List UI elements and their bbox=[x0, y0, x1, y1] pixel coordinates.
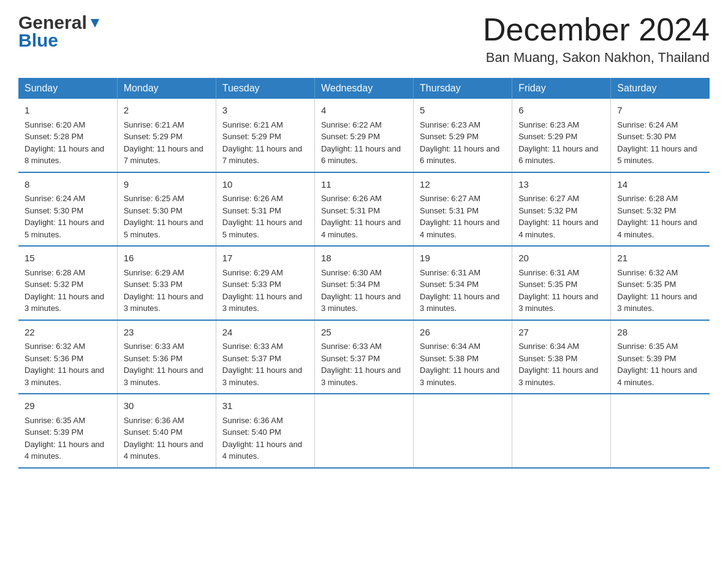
sunset-label: Sunset: 5:34 PM bbox=[420, 280, 479, 289]
calendar-header-row: Sunday Monday Tuesday Wednesday Thursday… bbox=[18, 78, 710, 99]
day-number: 14 bbox=[617, 178, 703, 192]
daylight-label: Daylight: 11 hours and 7 minutes. bbox=[222, 144, 302, 166]
day-number: 12 bbox=[420, 178, 506, 192]
sunrise-label: Sunrise: 6:29 AM bbox=[124, 268, 184, 277]
table-row: 24Sunrise: 6:33 AMSunset: 5:37 PMDayligh… bbox=[216, 320, 314, 394]
daylight-label: Daylight: 11 hours and 5 minutes. bbox=[222, 218, 302, 239]
daylight-label: Daylight: 11 hours and 5 minutes. bbox=[124, 218, 203, 239]
svg-marker-0 bbox=[91, 19, 99, 28]
day-number: 10 bbox=[222, 178, 308, 192]
daylight-label: Daylight: 11 hours and 3 minutes. bbox=[321, 292, 401, 313]
sunrise-label: Sunrise: 6:35 AM bbox=[25, 416, 85, 425]
sunrise-label: Sunrise: 6:33 AM bbox=[124, 342, 184, 351]
daylight-label: Daylight: 11 hours and 4 minutes. bbox=[25, 440, 104, 461]
day-number: 1 bbox=[25, 104, 111, 118]
sunrise-label: Sunrise: 6:23 AM bbox=[420, 120, 480, 129]
sunrise-label: Sunrise: 6:26 AM bbox=[321, 194, 382, 203]
sunset-label: Sunset: 5:31 PM bbox=[222, 206, 281, 215]
table-row: 15Sunrise: 6:28 AMSunset: 5:32 PMDayligh… bbox=[18, 246, 117, 320]
daylight-label: Daylight: 11 hours and 4 minutes. bbox=[420, 218, 499, 239]
col-monday: Monday bbox=[117, 78, 216, 99]
day-number: 23 bbox=[124, 326, 210, 340]
sunset-label: Sunset: 5:32 PM bbox=[25, 280, 83, 289]
daylight-label: Daylight: 11 hours and 3 minutes. bbox=[25, 292, 104, 313]
sunrise-label: Sunrise: 6:28 AM bbox=[617, 194, 678, 203]
daylight-label: Daylight: 11 hours and 4 minutes. bbox=[617, 218, 697, 239]
day-number: 30 bbox=[124, 399, 210, 413]
table-row: 13Sunrise: 6:27 AMSunset: 5:32 PMDayligh… bbox=[512, 172, 611, 247]
sunrise-label: Sunrise: 6:28 AM bbox=[25, 268, 85, 277]
sunrise-label: Sunrise: 6:35 AM bbox=[617, 342, 678, 351]
table-row: 28Sunrise: 6:35 AMSunset: 5:39 PMDayligh… bbox=[611, 320, 710, 394]
sunrise-label: Sunrise: 6:23 AM bbox=[518, 120, 579, 129]
day-number: 31 bbox=[222, 399, 308, 413]
sunrise-label: Sunrise: 6:32 AM bbox=[25, 342, 85, 351]
day-number: 24 bbox=[222, 326, 308, 340]
calendar-week-row: 1Sunrise: 6:20 AMSunset: 5:28 PMDaylight… bbox=[18, 99, 710, 172]
day-number: 17 bbox=[222, 251, 308, 266]
day-number: 6 bbox=[518, 104, 604, 118]
logo: General Blue bbox=[18, 12, 102, 51]
sunset-label: Sunset: 5:30 PM bbox=[25, 206, 83, 215]
sunrise-label: Sunrise: 6:24 AM bbox=[25, 194, 85, 203]
table-row: 7Sunrise: 6:24 AMSunset: 5:30 PMDaylight… bbox=[611, 99, 710, 172]
table-row: 1Sunrise: 6:20 AMSunset: 5:28 PMDaylight… bbox=[18, 99, 117, 172]
table-row bbox=[512, 394, 611, 468]
table-row: 23Sunrise: 6:33 AMSunset: 5:36 PMDayligh… bbox=[117, 320, 216, 394]
sunset-label: Sunset: 5:36 PM bbox=[124, 354, 183, 363]
sunrise-label: Sunrise: 6:27 AM bbox=[518, 194, 579, 203]
table-row: 11Sunrise: 6:26 AMSunset: 5:31 PMDayligh… bbox=[314, 172, 413, 247]
daylight-label: Daylight: 11 hours and 3 minutes. bbox=[518, 366, 598, 387]
sunset-label: Sunset: 5:39 PM bbox=[617, 354, 676, 363]
table-row: 26Sunrise: 6:34 AMSunset: 5:38 PMDayligh… bbox=[414, 320, 512, 394]
sunrise-label: Sunrise: 6:34 AM bbox=[518, 342, 579, 351]
logo-blue: Blue bbox=[18, 30, 58, 51]
table-row: 27Sunrise: 6:34 AMSunset: 5:38 PMDayligh… bbox=[512, 320, 611, 394]
table-row: 18Sunrise: 6:30 AMSunset: 5:34 PMDayligh… bbox=[314, 246, 413, 320]
sunrise-label: Sunrise: 6:36 AM bbox=[124, 416, 184, 425]
col-friday: Friday bbox=[512, 78, 611, 99]
table-row: 22Sunrise: 6:32 AMSunset: 5:36 PMDayligh… bbox=[18, 320, 117, 394]
sunset-label: Sunset: 5:39 PM bbox=[25, 427, 83, 437]
table-row: 17Sunrise: 6:29 AMSunset: 5:33 PMDayligh… bbox=[216, 246, 314, 320]
daylight-label: Daylight: 11 hours and 3 minutes. bbox=[420, 292, 499, 313]
col-tuesday: Tuesday bbox=[216, 78, 314, 99]
daylight-label: Daylight: 11 hours and 3 minutes. bbox=[25, 366, 104, 387]
daylight-label: Daylight: 11 hours and 4 minutes. bbox=[321, 218, 401, 239]
table-row: 3Sunrise: 6:21 AMSunset: 5:29 PMDaylight… bbox=[216, 99, 314, 172]
day-number: 11 bbox=[321, 178, 407, 192]
sunset-label: Sunset: 5:37 PM bbox=[321, 354, 380, 363]
col-sunday: Sunday bbox=[18, 78, 117, 99]
col-wednesday: Wednesday bbox=[314, 78, 413, 99]
table-row: 30Sunrise: 6:36 AMSunset: 5:40 PMDayligh… bbox=[117, 394, 216, 468]
table-row: 19Sunrise: 6:31 AMSunset: 5:34 PMDayligh… bbox=[414, 246, 512, 320]
day-number: 15 bbox=[25, 251, 111, 266]
sunrise-label: Sunrise: 6:33 AM bbox=[222, 342, 283, 351]
day-number: 4 bbox=[321, 104, 407, 118]
sunset-label: Sunset: 5:32 PM bbox=[617, 206, 676, 215]
day-number: 13 bbox=[518, 178, 604, 192]
day-number: 7 bbox=[617, 104, 703, 118]
daylight-label: Daylight: 11 hours and 6 minutes. bbox=[518, 144, 598, 166]
sunrise-label: Sunrise: 6:26 AM bbox=[222, 194, 283, 203]
sunset-label: Sunset: 5:31 PM bbox=[420, 206, 479, 215]
sunset-label: Sunset: 5:29 PM bbox=[420, 132, 479, 141]
sunset-label: Sunset: 5:31 PM bbox=[321, 206, 380, 215]
day-number: 5 bbox=[420, 104, 506, 118]
table-row: 8Sunrise: 6:24 AMSunset: 5:30 PMDaylight… bbox=[18, 172, 117, 247]
daylight-label: Daylight: 11 hours and 5 minutes. bbox=[617, 144, 697, 166]
daylight-label: Daylight: 11 hours and 3 minutes. bbox=[222, 292, 302, 313]
day-number: 3 bbox=[222, 104, 308, 118]
day-number: 26 bbox=[420, 326, 506, 340]
day-number: 21 bbox=[617, 251, 703, 266]
table-row: 2Sunrise: 6:21 AMSunset: 5:29 PMDaylight… bbox=[117, 99, 216, 172]
sunset-label: Sunset: 5:40 PM bbox=[222, 427, 281, 437]
daylight-label: Daylight: 11 hours and 5 minutes. bbox=[25, 218, 104, 239]
table-row: 12Sunrise: 6:27 AMSunset: 5:31 PMDayligh… bbox=[414, 172, 512, 247]
logo-arrow-icon bbox=[88, 17, 102, 30]
sunrise-label: Sunrise: 6:25 AM bbox=[124, 194, 184, 203]
day-number: 29 bbox=[25, 399, 111, 413]
day-number: 2 bbox=[124, 104, 210, 118]
sunrise-label: Sunrise: 6:34 AM bbox=[420, 342, 480, 351]
sunrise-label: Sunrise: 6:32 AM bbox=[617, 268, 678, 277]
